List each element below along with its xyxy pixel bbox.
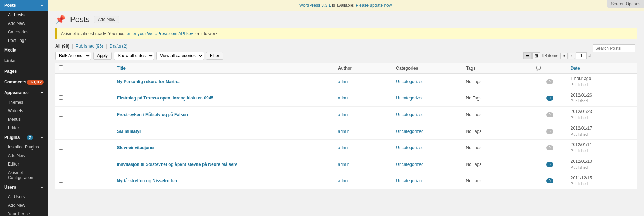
row-checkbox-3[interactable] (59, 129, 63, 133)
sidebar-links-header[interactable]: Links (0, 55, 48, 66)
post-author-link-5[interactable]: admin (338, 162, 350, 167)
bulk-actions-select[interactable]: Bulk Actions (55, 52, 91, 60)
sidebar-item-post-tags[interactable]: Post Tags (0, 36, 48, 45)
row-tags-cell: No Tags (463, 90, 532, 107)
post-title-link-2[interactable]: Frostrøyken i Målselv og på Falken (117, 112, 188, 117)
post-category-link-5[interactable]: Uncategorized (396, 162, 423, 167)
row-checkbox-cell (55, 74, 114, 90)
post-category-link-0[interactable]: Uncategorized (396, 79, 423, 84)
row-checkbox-1[interactable] (59, 95, 63, 100)
sidebar-item-add-new-post[interactable]: Add New (0, 19, 48, 28)
sidebar-item-all-posts[interactable]: All Posts (0, 11, 48, 19)
post-author-link-6[interactable]: admin (338, 178, 350, 183)
filter-drafts-link[interactable]: Drafts (2) (110, 44, 127, 49)
post-title-link-5[interactable]: Innvitasjon til Solstevnet og åpent stev… (117, 162, 237, 167)
search-posts-input[interactable] (593, 44, 635, 52)
sidebar-item-your-profile[interactable]: Your Profile (0, 210, 48, 216)
row-date-cell: 1 hour agoPublished (567, 74, 637, 90)
posts-table: Title Author Categories Tags 💬 Date Ny P… (55, 63, 637, 189)
post-title-link-6[interactable]: Nyttårstreffen og Nissetreffen (117, 178, 177, 183)
row-title-cell: Stevneinvitasjoner (114, 140, 334, 156)
row-tags-cell: No Tags (463, 156, 532, 173)
sidebar-plugins-arrow: ▼ (40, 136, 44, 140)
row-comment-cell: 0 (532, 74, 567, 90)
sidebar-comments-header[interactable]: Comments 160,012 (0, 77, 48, 87)
comment-bubble-1[interactable]: 0 (546, 96, 553, 101)
row-checkbox-cell (55, 140, 114, 156)
row-author-cell: admin (334, 140, 393, 156)
page-header: 📌 Posts Add New (55, 15, 637, 25)
comment-bubble-6[interactable]: 0 (546, 178, 553, 183)
sidebar-item-add-new-plugin[interactable]: Add New (0, 151, 48, 160)
row-checkbox-4[interactable] (59, 145, 63, 150)
add-new-post-button[interactable]: Add New (94, 16, 119, 23)
sidebar-media-label: Media (4, 48, 16, 53)
grid-view-button[interactable]: ⊞ (532, 52, 540, 59)
post-author-link-0[interactable]: admin (338, 79, 350, 84)
update-now-link[interactable]: Please update now (355, 3, 391, 8)
sidebar-posts-header[interactable]: Posts ▼ (0, 0, 48, 11)
row-checkbox-2[interactable] (59, 112, 63, 117)
view-all-categories-select[interactable]: View all categories (156, 52, 204, 60)
prev-page-button[interactable]: ‹ (569, 53, 575, 59)
row-comment-cell: 0 (532, 173, 567, 189)
title-column-header[interactable]: Title (114, 63, 334, 74)
sidebar-pages-header[interactable]: Pages (0, 66, 48, 77)
select-all-checkbox[interactable] (59, 65, 63, 70)
sidebar-item-menus[interactable]: Menus (0, 115, 48, 124)
post-title-link-4[interactable]: Stevneinvitasjoner (117, 145, 155, 150)
post-title-link-0[interactable]: Ny Personlig rekord for Martha (117, 79, 180, 84)
filter-published-link[interactable]: Published (96) (76, 44, 103, 49)
sidebar-item-editor-plugins[interactable]: Editor (0, 160, 48, 168)
date-column-header[interactable]: Date (567, 63, 637, 74)
post-title-link-1[interactable]: Ekstralag på Tromsø open, lørdag klokken… (117, 96, 213, 101)
row-checkbox-6[interactable] (59, 178, 63, 183)
comment-bubble-4[interactable]: 0 (546, 145, 553, 150)
post-title-link-3[interactable]: SM miniatyr (117, 129, 141, 134)
post-category-link-4[interactable]: Uncategorized (396, 145, 423, 150)
sidebar-users-header[interactable]: Users ▼ (0, 182, 48, 193)
filter-all-link[interactable]: All (98) (55, 44, 69, 49)
sidebar-item-widgets[interactable]: Widgets (0, 107, 48, 115)
row-date-cell: 2012/01/23Published (567, 107, 637, 123)
sidebar-item-all-users[interactable]: All Users (0, 193, 48, 201)
first-page-button[interactable]: « (560, 53, 568, 59)
list-view-button[interactable]: ☰ (523, 52, 532, 59)
post-category-link-3[interactable]: Uncategorized (396, 129, 423, 134)
apply-button[interactable]: Apply (93, 52, 112, 60)
row-checkbox-0[interactable] (59, 79, 63, 83)
show-all-dates-select[interactable]: Show all dates (114, 52, 154, 60)
post-author-link-1[interactable]: admin (338, 96, 350, 101)
sidebar-item-akismet[interactable]: Akismet Configuration (0, 168, 48, 182)
row-author-cell: admin (334, 173, 393, 189)
sidebar-plugins-header[interactable]: Plugins 2 ▼ (0, 132, 48, 143)
post-author-link-2[interactable]: admin (338, 112, 350, 117)
page-number-input[interactable] (576, 52, 587, 59)
sidebar-item-installed-plugins[interactable]: Installed Plugins (0, 143, 48, 151)
akismet-api-key-link[interactable]: enter your WordPress.com API key (127, 31, 193, 36)
comment-bubble-2[interactable]: 0 (546, 112, 553, 117)
post-author-link-3[interactable]: admin (338, 129, 350, 134)
comment-bubble-3[interactable]: 0 (546, 129, 553, 134)
sidebar-media-header[interactable]: Media (0, 45, 48, 55)
row-checkbox-cell (55, 107, 114, 123)
post-category-link-2[interactable]: Uncategorized (396, 112, 423, 117)
pagination: « ‹ of (560, 52, 591, 59)
wp-version-link[interactable]: WordPress 3.3.1 (299, 3, 331, 8)
table-row: Nyttårstreffen og Nissetreffen admin Unc… (55, 173, 637, 189)
sidebar-item-categories[interactable]: Categories (0, 28, 48, 36)
notice-text-suffix: for it to work. (193, 31, 219, 36)
sidebar-appearance-header[interactable]: Appearance ▼ (0, 87, 48, 98)
comment-bubble-0[interactable]: 0 (546, 79, 553, 84)
post-category-link-1[interactable]: Uncategorized (396, 96, 423, 101)
filter-button[interactable]: Filter (206, 52, 223, 60)
toolbar-right: ☰ ⊞ 98 items « ‹ of (523, 52, 591, 59)
sidebar-item-themes[interactable]: Themes (0, 98, 48, 107)
post-category-link-6[interactable]: Uncategorized (396, 178, 423, 183)
sidebar-item-editor-appearance[interactable]: Editor (0, 124, 48, 132)
screen-options-button[interactable]: Screen Options (607, 0, 644, 8)
comment-bubble-5[interactable]: 0 (546, 162, 553, 167)
sidebar-item-add-new-user[interactable]: Add New (0, 201, 48, 210)
row-checkbox-5[interactable] (59, 162, 63, 166)
post-author-link-4[interactable]: admin (338, 145, 350, 150)
